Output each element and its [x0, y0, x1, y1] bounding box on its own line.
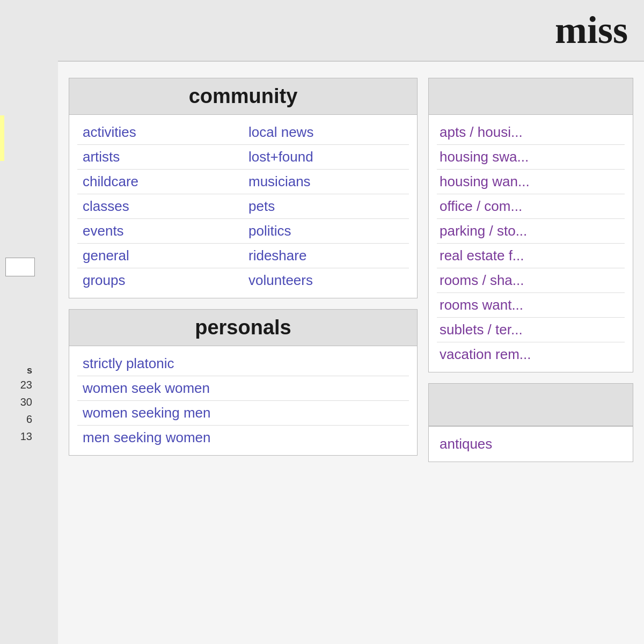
- right-bottom-box: [428, 383, 633, 426]
- yellow-strip: [0, 115, 4, 161]
- link-rooms-shared[interactable]: rooms / sha...: [437, 268, 625, 293]
- link-classes[interactable]: classes: [77, 194, 243, 219]
- header-bar: miss: [58, 0, 644, 62]
- community-title: community: [189, 85, 298, 107]
- link-rideshare[interactable]: rideshare: [243, 244, 409, 268]
- link-activities[interactable]: activities: [77, 120, 243, 145]
- community-left-col: activities artists childcare classes eve…: [77, 120, 243, 292]
- link-artists[interactable]: artists: [77, 145, 243, 170]
- personals-links: strictly platonic women seek women women…: [77, 352, 409, 450]
- community-links: activities artists childcare classes eve…: [77, 120, 409, 292]
- sidebar-label: s: [0, 365, 35, 376]
- link-local-news[interactable]: local news: [243, 120, 409, 145]
- personals-header: personals: [69, 310, 417, 346]
- link-housing-wanted[interactable]: housing wan...: [437, 170, 625, 194]
- sidebar-number: 6: [26, 411, 32, 428]
- personals-title: personals: [195, 316, 291, 339]
- link-pets[interactable]: pets: [243, 194, 409, 219]
- sidebar-number: 23: [20, 376, 32, 393]
- link-politics[interactable]: politics: [243, 219, 409, 244]
- personals-body: strictly platonic women seek women women…: [69, 346, 417, 455]
- housing-body: apts / housi... housing swa... housing w…: [429, 115, 633, 372]
- link-housing-swap[interactable]: housing swa...: [437, 145, 625, 170]
- housing-header: [429, 78, 633, 115]
- link-musicians[interactable]: musicians: [243, 170, 409, 194]
- content-grid: community activities artists childcare c…: [58, 62, 644, 489]
- link-lost-found[interactable]: lost+found: [243, 145, 409, 170]
- link-apts-housing[interactable]: apts / housi...: [437, 120, 625, 145]
- sidebar-number: 30: [20, 393, 32, 411]
- left-sidebar: s 2330613: [0, 0, 56, 644]
- right-column: apts / housi... housing swa... housing w…: [428, 78, 633, 473]
- link-childcare[interactable]: childcare: [77, 170, 243, 194]
- link-events[interactable]: events: [77, 219, 243, 244]
- sidebar-calendar: s 2330613: [0, 365, 35, 445]
- link-real-estate[interactable]: real estate f...: [437, 244, 625, 268]
- link-antiques[interactable]: antiques: [437, 432, 625, 456]
- for-sale-section: antiques: [428, 426, 633, 462]
- link-volunteers[interactable]: volunteers: [243, 268, 409, 292]
- community-header: community: [69, 78, 417, 115]
- for-sale-body: antiques: [429, 427, 633, 462]
- link-parking-storage[interactable]: parking / sto...: [437, 219, 625, 244]
- search-box[interactable]: [5, 258, 35, 276]
- link-women-seek-women[interactable]: women seek women: [77, 376, 409, 401]
- link-strictly-platonic[interactable]: strictly platonic: [77, 352, 409, 376]
- link-men-seeking-women[interactable]: men seeking women: [77, 426, 409, 450]
- housing-section: apts / housi... housing swa... housing w…: [428, 78, 633, 372]
- link-general[interactable]: general: [77, 244, 243, 268]
- community-body: activities artists childcare classes eve…: [69, 115, 417, 298]
- link-sublets[interactable]: sublets / ter...: [437, 318, 625, 342]
- left-column: community activities artists childcare c…: [69, 78, 418, 473]
- link-women-seeking-men[interactable]: women seeking men: [77, 401, 409, 426]
- link-office-comm[interactable]: office / com...: [437, 194, 625, 219]
- link-groups[interactable]: groups: [77, 268, 243, 292]
- personals-section: personals strictly platonic women seek w…: [69, 309, 418, 456]
- main-content: miss community activities artists childc…: [58, 0, 644, 644]
- header-title: miss: [555, 8, 628, 53]
- link-rooms-wanted[interactable]: rooms want...: [437, 293, 625, 318]
- sidebar-number: 13: [20, 428, 32, 445]
- link-vacation-rentals[interactable]: vacation rem...: [437, 342, 625, 367]
- community-right-col: local news lost+found musicians pets pol…: [243, 120, 409, 292]
- sidebar-numbers: 2330613: [0, 376, 35, 445]
- community-section: community activities artists childcare c…: [69, 78, 418, 298]
